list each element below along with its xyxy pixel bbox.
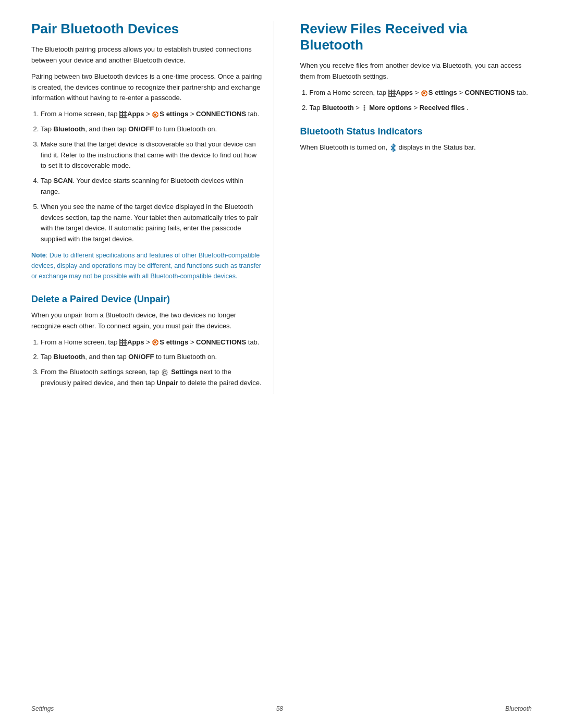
bluetooth-status-title: Bluetooth Status Indicators	[300, 126, 532, 137]
left-column: Pair Bluetooth Devices The Bluetooth pai…	[31, 21, 274, 394]
svg-point-21	[363, 109, 365, 111]
apps-grid-icon	[119, 111, 127, 118]
two-column-layout: Pair Bluetooth Devices The Bluetooth pai…	[31, 21, 532, 394]
note-paragraph: Note: Due to different specifications an…	[31, 250, 263, 281]
review-steps-list: From a Home screen, tap Apps > S ettings	[310, 88, 532, 114]
review-title-line1: Review Files Received via	[300, 21, 468, 36]
footer-center: 58	[276, 705, 283, 712]
apps-grid-icon-r1	[388, 90, 396, 97]
pair-bluetooth-title: Pair Bluetooth Devices	[31, 21, 263, 37]
status-after-text: displays in the Status bar.	[398, 143, 475, 151]
status-intro-text: When Bluetooth is turned on,	[300, 143, 389, 151]
review-step-1: From a Home screen, tap Apps > S ettings	[310, 88, 532, 98]
pair-step-5: When you see the name of the target devi…	[41, 202, 263, 245]
pair-step-4: Tap SCAN. Your device starts scanning fo…	[41, 176, 263, 198]
settings-label-step1: S ettings	[160, 110, 188, 118]
footer: Settings 58 Bluetooth	[0, 705, 563, 712]
svg-point-20	[363, 107, 365, 109]
pair-step-2: Tap Bluetooth, and then tap ON/OFF to tu…	[41, 124, 263, 135]
gear-settings-icon	[161, 369, 168, 376]
note-label: Note	[31, 252, 46, 259]
delete-step-1: From a Home screen, tap Apps > S ettings	[41, 337, 263, 348]
apps-label: Apps	[127, 110, 144, 118]
review-step-2: Tap Bluetooth > More options > Received …	[310, 103, 532, 114]
settings-circle-icon	[152, 111, 159, 118]
note-content: : Due to different specifications and fe…	[31, 252, 261, 280]
delete-intro: When you unpair from a Bluetooth device,…	[31, 310, 263, 332]
footer-left: Settings	[31, 705, 54, 712]
delete-steps-list: From a Home screen, tap Apps > S ettings	[41, 337, 263, 389]
intro-para-1: The Bluetooth pairing process allows you…	[31, 44, 263, 66]
step1-text-before: From a Home screen, tap	[41, 110, 119, 118]
review-intro: When you receive files from another devi…	[300, 60, 532, 82]
status-para: When Bluetooth is turned on, displays in…	[300, 142, 532, 153]
right-column: Review Files Received via Bluetooth When…	[295, 21, 532, 394]
delete-step-3: From the Bluetooth settings screen, tap …	[41, 367, 263, 389]
apps-grid-icon-d1	[119, 339, 127, 346]
page: Pair Bluetooth Devices The Bluetooth pai…	[0, 0, 563, 728]
delete-paired-title: Delete a Paired Device (Unpair)	[31, 294, 263, 305]
settings-circle-icon-d1	[152, 339, 159, 346]
review-files-title: Review Files Received via Bluetooth	[300, 21, 532, 53]
intro-para-2: Pairing between two Bluetooth devices is…	[31, 71, 263, 104]
bluetooth-status-icon	[390, 143, 396, 152]
footer-right: Bluetooth	[505, 705, 532, 712]
review-title-line2: Bluetooth	[300, 37, 363, 53]
pair-step-3: Make sure that the target device is disc…	[41, 139, 263, 171]
pair-step-1: From a Home screen, tap Apps > S ettings	[41, 109, 263, 120]
connections-label-step1: CONNECTIONS	[196, 110, 246, 118]
svg-point-19	[363, 105, 365, 107]
svg-point-12	[163, 371, 166, 374]
pair-steps-list: From a Home screen, tap Apps > S ettings	[41, 109, 263, 245]
settings-circle-icon-r1	[421, 90, 428, 97]
delete-step-2: Tap Bluetooth, and then tap ON/OFF to tu…	[41, 352, 263, 363]
more-options-icon	[362, 104, 367, 112]
